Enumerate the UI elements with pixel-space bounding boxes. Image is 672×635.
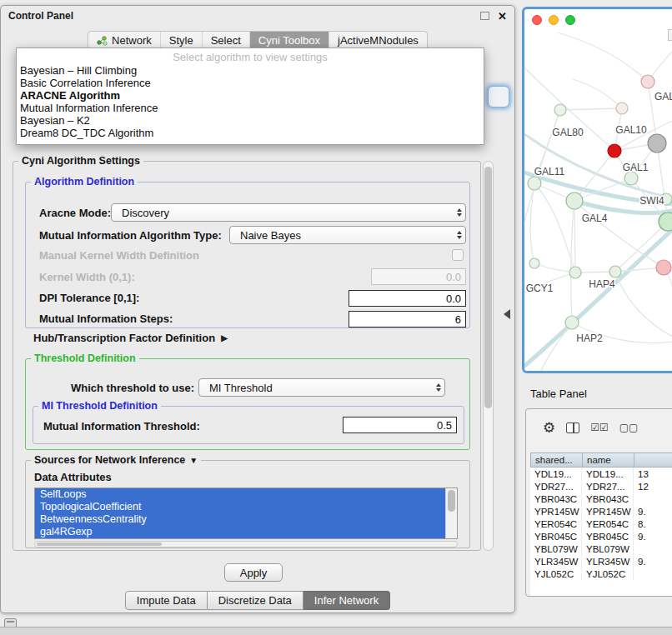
- tab-label: jActiveMNodules: [338, 34, 419, 47]
- mac-close-button[interactable]: [532, 15, 542, 25]
- table-row[interactable]: YBR043CYBR043C: [530, 492, 672, 505]
- dpi-tolerance-label: DPI Tolerance [0,1]:: [39, 292, 139, 304]
- algorithm-option[interactable]: Bayesian – K2: [17, 114, 484, 127]
- tab-jactivemnodules[interactable]: jActiveMNodules: [328, 32, 427, 49]
- network-node[interactable]: [616, 102, 628, 114]
- hub-definition-toggle[interactable]: Hub/Transcription Factor Definition ▶: [33, 332, 228, 344]
- network-node[interactable]: [529, 258, 539, 268]
- table-cell: 8.: [634, 518, 672, 530]
- panel-splitter-grip[interactable]: [504, 309, 510, 319]
- table-row[interactable]: YJL052CYJL052C: [530, 568, 672, 580]
- table-cell: YBR043C: [530, 492, 582, 505]
- mi-algorithm-type-label: Mutual Information Algorithm Type:: [39, 229, 222, 242]
- table-row[interactable]: YPR145WYPR145W9.: [530, 505, 672, 518]
- algorithm-option[interactable]: Mutual Information Inference: [17, 102, 484, 114]
- attributes-list-scrollbar[interactable]: [445, 488, 457, 538]
- network-node[interactable]: [608, 144, 621, 158]
- table-cell: 13: [634, 468, 672, 480]
- algorithm-option[interactable]: Bayesian – Hill Climbing: [17, 64, 484, 77]
- mi-algorithm-type-select[interactable]: Naive Bayes: [229, 226, 466, 244]
- network-node[interactable]: [648, 134, 666, 152]
- dpi-tolerance-field[interactable]: 0.0: [349, 290, 466, 307]
- network-node[interactable]: [659, 212, 672, 231]
- control-panel-titlebar[interactable]: Control Panel ✕: [1, 6, 514, 26]
- table-cell: YBL079W: [582, 542, 634, 555]
- tab-network[interactable]: Network: [88, 32, 160, 49]
- table-row[interactable]: YLR345WYLR345W9.: [530, 555, 672, 568]
- table-header-cell[interactable]: name: [583, 453, 634, 467]
- close-window-button[interactable]: ✕: [498, 11, 507, 22]
- network-node[interactable]: [554, 104, 566, 116]
- table-row[interactable]: YER054CYER054C8.: [530, 518, 672, 530]
- table-settings-gear-icon[interactable]: ⚙: [543, 421, 555, 435]
- table-header: shared...name: [530, 452, 672, 468]
- sources-toggle[interactable]: Sources for Network Inference ▼: [31, 454, 201, 466]
- control-panel-window: Control Panel ✕ NetworkStyleSelectCyni T…: [0, 5, 515, 613]
- aracne-mode-select[interactable]: Discovery: [111, 203, 466, 222]
- network-edge: [574, 201, 575, 272]
- network-node[interactable]: [641, 75, 654, 88]
- network-node[interactable]: [528, 177, 541, 190]
- network-node[interactable]: [656, 260, 671, 275]
- network-node[interactable]: [565, 316, 579, 329]
- attribute-item[interactable]: BetweennessCentrality: [35, 513, 457, 526]
- table-row[interactable]: YDL19...YDL19...13: [530, 468, 672, 480]
- column-visibility-icon[interactable]: [566, 422, 579, 433]
- mi-threshold-definition-title: MI Threshold Definition: [38, 400, 161, 412]
- attribute-item[interactable]: SelfLoops: [35, 488, 457, 501]
- tab-infer-network[interactable]: Infer Network: [303, 591, 390, 610]
- network-node-label: HAP2: [576, 332, 603, 344]
- settings-scrollbar[interactable]: [483, 161, 494, 551]
- mi-threshold-field[interactable]: 0.5: [343, 417, 457, 433]
- table-cell: YBR045C: [530, 530, 582, 542]
- apply-button[interactable]: Apply: [224, 563, 283, 582]
- tab-discretize-data[interactable]: Discretize Data: [208, 591, 303, 610]
- table-cell: YJL052C: [530, 568, 582, 580]
- titlebar-buttons: ✕: [480, 11, 507, 22]
- table-cell: 9.: [634, 555, 672, 568]
- which-threshold-label: Which threshold to use:: [71, 382, 194, 394]
- bottom-tab-bar: Impute Data Discretize Data Infer Networ…: [1, 591, 514, 610]
- tab-select[interactable]: Select: [202, 32, 249, 49]
- attribute-item[interactable]: TopologicalCoefficient: [35, 501, 457, 513]
- attributes-list-hscrollbar[interactable]: [34, 541, 458, 548]
- mac-minimize-button[interactable]: [549, 15, 559, 25]
- table-cell: YDL19...: [530, 468, 582, 480]
- select-all-icon[interactable]: ☑☑: [590, 422, 609, 432]
- deselect-all-icon[interactable]: ▢▢: [619, 422, 639, 432]
- table-row[interactable]: YBR045CYBR045C9.: [530, 530, 672, 542]
- table-row[interactable]: YDR27...YDR27...12: [530, 480, 672, 492]
- mi-steps-field[interactable]: 6: [349, 311, 466, 328]
- algorithm-dropdown-button[interactable]: [488, 86, 509, 108]
- table-row[interactable]: YBL079WYBL079W: [530, 542, 672, 555]
- table-cell: 12: [634, 480, 672, 492]
- table-cell: 9.: [634, 530, 672, 542]
- mi-algorithm-type-value: Naive Bayes: [240, 229, 301, 242]
- network-node[interactable]: [624, 172, 638, 185]
- network-edge: [615, 272, 672, 338]
- network-edge: [530, 183, 534, 263]
- algorithm-option[interactable]: Dream8 DC_TDC Algorithm: [17, 127, 484, 139]
- algorithm-option[interactable]: Basic Correlation Inference: [17, 77, 484, 89]
- table-header-cell[interactable]: [634, 453, 672, 467]
- float-window-button[interactable]: [480, 12, 489, 20]
- algorithm-option[interactable]: ARACNE Algorithm: [17, 89, 484, 102]
- table-body: YDL19...YDL19...13YDR27...YDR27...12YBR0…: [530, 468, 672, 596]
- network-node[interactable]: [569, 267, 581, 278]
- stepper-icon: [436, 383, 441, 392]
- tab-impute-data[interactable]: Impute Data: [125, 591, 208, 610]
- attribute-item[interactable]: gal4RGexp: [35, 526, 457, 538]
- tab-style[interactable]: Style: [160, 32, 202, 49]
- table-cell: YER054C: [582, 518, 634, 530]
- mac-zoom-button[interactable]: [565, 15, 575, 25]
- which-threshold-select[interactable]: MI Threshold: [198, 378, 445, 397]
- network-node-label: GAL10: [615, 124, 647, 136]
- network-node-label: GAL4: [582, 212, 608, 224]
- table-header-cell[interactable]: shared...: [531, 453, 583, 467]
- mi-steps-label: Mutual Information Steps:: [39, 312, 173, 325]
- network-node-label: GAL80: [552, 127, 584, 138]
- network-node[interactable]: [609, 266, 621, 278]
- network-node[interactable]: [566, 192, 583, 209]
- tab-cyni-toolbox[interactable]: Cyni Toolbox: [249, 32, 328, 49]
- settings-scrollbar-thumb[interactable]: [484, 167, 492, 408]
